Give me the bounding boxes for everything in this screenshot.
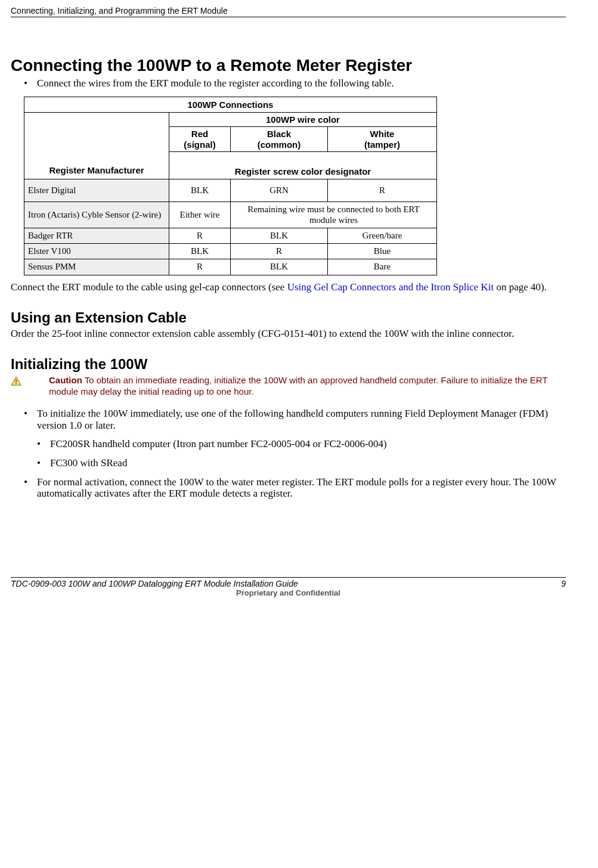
col-black-1: Black — [267, 129, 291, 139]
sec3-bullet-1a: FC200SR handheld computer (Itron part nu… — [37, 438, 566, 450]
data-cell: Bare — [328, 259, 437, 275]
col-red-header: Red (signal) — [169, 127, 231, 152]
mfg-cell: Sensus PMM — [24, 259, 169, 275]
col-red-1: Red — [191, 129, 208, 139]
after-table-text-2: on page 40). — [494, 281, 547, 293]
col-red-2: (signal) — [184, 140, 215, 150]
reg-mfg-header: Register Manufacturer — [24, 113, 169, 179]
footer-left: TDC-0909-003 100W and 100WP Datalogging … — [11, 579, 298, 588]
footer-center: Proprietary and Confidential — [11, 589, 566, 598]
sec3-bullet-1: To initialize the 100W immediately, use … — [24, 408, 566, 431]
mfg-cell: Itron (Actaris) Cyble Sensor (2-wire) — [24, 202, 169, 228]
section-1-title: Connecting the 100WP to a Remote Meter R… — [11, 56, 566, 75]
page-footer: TDC-0909-003 100W and 100WP Datalogging … — [11, 577, 566, 598]
wire-color-header: 100WP wire color — [169, 113, 437, 127]
data-cell: R — [231, 244, 328, 259]
table-row: Sensus PMM R BLK Bare — [24, 259, 437, 275]
section-2-title: Using an Extension Cable — [11, 309, 566, 326]
col-white-1: White — [370, 129, 395, 139]
after-table-text-1: Connect the ERT module to the cable usin… — [11, 281, 287, 293]
data-cell: BLK — [231, 259, 328, 275]
caution-block: Caution To obtain an immediate reading, … — [11, 375, 566, 398]
sec3-bullet-1b: FC300 with SRead — [37, 457, 566, 469]
data-cell: GRN — [231, 179, 328, 202]
footer-page-number: 9 — [561, 579, 566, 588]
merged-cell: Remaining wire must be connected to both… — [231, 202, 437, 228]
warning-icon — [11, 376, 21, 386]
data-cell: BLK — [231, 228, 328, 243]
table-row: Badger RTR R BLK Green/bare — [24, 228, 437, 243]
col-white-2: (tamper) — [364, 140, 400, 150]
table-row: Elster V100 BLK R Blue — [24, 244, 437, 259]
caution-text: Caution To obtain an immediate reading, … — [49, 375, 566, 398]
connections-table: 100WP Connections Register Manufacturer … — [24, 97, 437, 275]
data-cell: R — [328, 179, 437, 202]
table-row: Itron (Actaris) Cyble Sensor (2-wire) Ei… — [24, 202, 437, 228]
data-cell: Green/bare — [328, 228, 437, 243]
col-black-header: Black (common) — [231, 127, 328, 152]
sec2-body: Order the 25-foot inline connector exten… — [11, 328, 566, 340]
table-row: Elster Digital BLK GRN R — [24, 179, 437, 202]
data-cell: BLK — [169, 179, 231, 202]
table-title: 100WP Connections — [24, 97, 437, 112]
data-cell: BLK — [169, 244, 231, 259]
mfg-cell: Badger RTR — [24, 228, 169, 243]
running-head: Connecting, Initializing, and Programmin… — [11, 6, 566, 17]
data-cell: R — [169, 228, 231, 243]
gel-cap-link[interactable]: Using Gel Cap Connectors and the Itron S… — [287, 281, 494, 293]
col-white-header: White (tamper) — [328, 127, 437, 152]
caution-label: Caution — [49, 375, 82, 385]
svg-rect-2 — [16, 383, 17, 384]
col-black-2: (common) — [258, 140, 301, 150]
mfg-cell: Elster Digital — [24, 179, 169, 202]
section-3-title: Initializing the 100W — [11, 356, 566, 373]
data-cell: Either wire — [169, 202, 231, 228]
data-cell: R — [169, 259, 231, 275]
reg-screw-header: Register screw color designator — [169, 151, 437, 179]
data-cell: Blue — [328, 244, 437, 259]
caution-body: To obtain an immediate reading, initiali… — [49, 375, 547, 396]
sec3-bullet-2: For normal activation, connect the 100W … — [24, 476, 566, 500]
svg-rect-1 — [16, 379, 17, 382]
sec1-bullet: Connect the wires from the ERT module to… — [24, 78, 566, 89]
after-table-paragraph: Connect the ERT module to the cable usin… — [11, 281, 566, 293]
mfg-cell: Elster V100 — [24, 244, 169, 259]
